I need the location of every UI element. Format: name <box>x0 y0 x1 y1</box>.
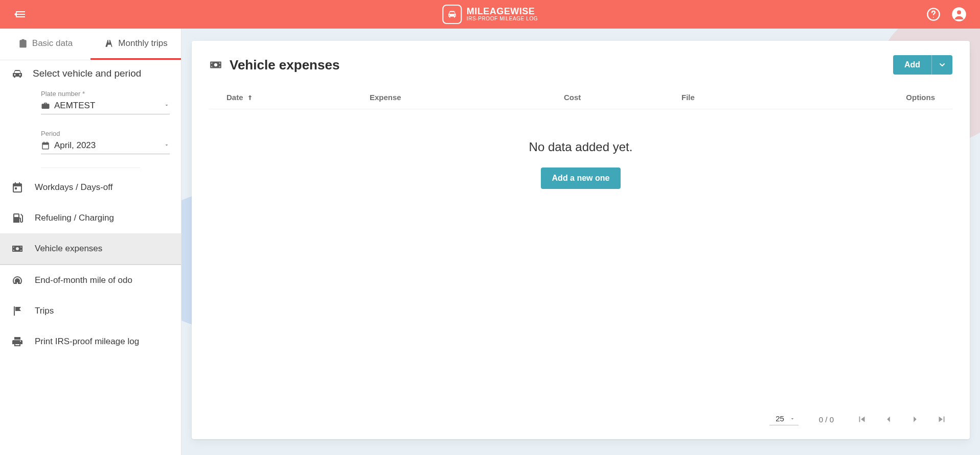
car-icon <box>11 67 24 80</box>
pager-buttons <box>854 412 949 427</box>
brand-logo-icon <box>442 5 462 24</box>
page-next-button[interactable] <box>907 412 923 427</box>
odometer-icon <box>11 274 24 286</box>
help-button[interactable] <box>925 6 942 23</box>
chevron-right-icon <box>909 414 921 425</box>
period-select[interactable]: April, 2023 <box>41 138 170 154</box>
clipboard-icon <box>18 38 28 49</box>
page-last-icon <box>936 414 947 425</box>
nav-odo[interactable]: End-of-month mile of odo <box>0 265 181 296</box>
main-panel: Vehicle expenses Add Date Expense Cost F… <box>192 41 970 439</box>
column-header-date[interactable]: Date <box>226 93 370 102</box>
period-value: April, 2023 <box>54 140 96 151</box>
fuel-pump-icon <box>11 212 24 224</box>
nav-refueling-label: Refueling / Charging <box>35 213 114 223</box>
chevron-down-icon <box>789 416 795 422</box>
add-new-one-button[interactable]: Add a new one <box>541 167 621 189</box>
nav-odo-label: End-of-month mile of odo <box>35 275 132 285</box>
tab-monthly-label: Monthly trips <box>118 38 167 49</box>
plate-number-value: AEMTEST <box>54 101 95 111</box>
nav-print[interactable]: Print IRS-proof mileage log <box>0 326 181 357</box>
brand-block: MILEAGEWISE IRS-PROOF MILEAGE LOG <box>442 5 538 24</box>
column-header-options: Options <box>889 93 935 102</box>
select-vehicle-header: Select vehicle and period <box>0 60 181 87</box>
app-header: MILEAGEWISE IRS-PROOF MILEAGE LOG <box>0 0 980 29</box>
help-icon <box>926 7 941 21</box>
nav-refueling[interactable]: Refueling / Charging <box>0 203 181 233</box>
plate-number-select[interactable]: AEMTEST <box>41 99 170 114</box>
chevron-down-icon <box>938 61 946 69</box>
chevron-down-icon <box>164 140 170 151</box>
table-header: Date Expense Cost File Options <box>209 93 952 109</box>
page-size-select[interactable]: 25 <box>769 413 799 425</box>
sidebar: Basic data Monthly trips Select vehicle … <box>0 29 181 455</box>
tab-basic-data[interactable]: Basic data <box>0 29 90 60</box>
page-size-value: 25 <box>776 414 784 423</box>
add-button-group: Add <box>893 55 952 75</box>
page-range: 0 / 0 <box>819 415 834 424</box>
page-title: Vehicle expenses <box>230 57 339 73</box>
svg-point-1 <box>933 17 934 18</box>
sort-arrow-up-icon <box>246 94 254 101</box>
empty-state: No data added yet. Add a new one <box>209 109 952 189</box>
page-prev-button[interactable] <box>881 412 896 427</box>
nav-trips[interactable]: Trips <box>0 296 181 326</box>
page-first-button[interactable] <box>854 412 870 427</box>
nav-trips-label: Trips <box>35 306 54 316</box>
nav-print-label: Print IRS-proof mileage log <box>35 337 139 347</box>
add-dropdown-button[interactable] <box>931 55 952 75</box>
nav-workdays[interactable]: Workdays / Days-off <box>0 172 181 203</box>
add-button[interactable]: Add <box>893 55 931 75</box>
account-icon <box>951 7 967 22</box>
divider <box>41 167 140 168</box>
chevron-left-icon <box>883 414 894 425</box>
calendar-check-icon <box>11 181 24 194</box>
tab-basic-label: Basic data <box>32 38 73 49</box>
period-label: Period <box>41 130 170 137</box>
column-header-cost[interactable]: Cost <box>564 93 681 102</box>
brand-subtitle: IRS-PROOF MILEAGE LOG <box>467 16 538 22</box>
sidebar-tabs: Basic data Monthly trips <box>0 29 181 60</box>
page-first-icon <box>856 414 868 425</box>
sidebar-nav: Workdays / Days-off Refueling / Charging… <box>0 169 181 357</box>
money-icon <box>209 58 222 71</box>
account-button[interactable] <box>950 6 968 23</box>
menu-arrow-icon <box>14 8 27 20</box>
page-last-button[interactable] <box>934 412 949 427</box>
column-header-expense[interactable]: Expense <box>370 93 564 102</box>
briefcase-icon <box>41 101 50 110</box>
chevron-down-icon <box>164 101 170 111</box>
svg-point-3 <box>957 10 961 14</box>
select-vehicle-label: Select vehicle and period <box>33 68 141 79</box>
empty-message: No data added yet. <box>209 140 952 154</box>
menu-toggle-button[interactable] <box>12 6 29 22</box>
print-icon <box>11 336 24 348</box>
nav-vehicle-expenses-label: Vehicle expenses <box>35 244 102 254</box>
brand-title: MILEAGEWISE <box>467 7 538 16</box>
money-icon <box>11 243 24 255</box>
road-icon <box>104 38 114 49</box>
nav-vehicle-expenses[interactable]: Vehicle expenses <box>0 233 181 265</box>
flag-icon <box>11 305 24 317</box>
tab-monthly-trips[interactable]: Monthly trips <box>90 29 181 60</box>
plate-number-label: Plate number * <box>41 90 170 98</box>
calendar-icon <box>41 141 50 150</box>
nav-workdays-label: Workdays / Days-off <box>35 182 112 193</box>
column-header-file[interactable]: File <box>681 93 889 102</box>
pagination-bar: 25 0 / 0 <box>209 404 952 429</box>
